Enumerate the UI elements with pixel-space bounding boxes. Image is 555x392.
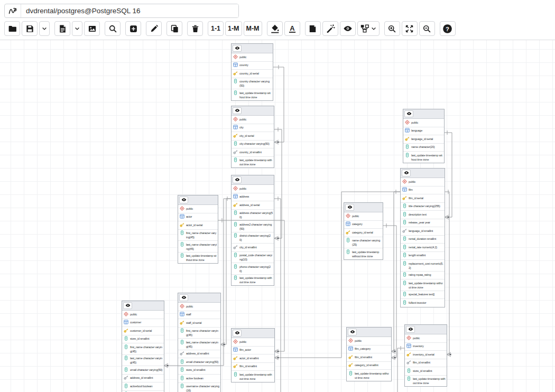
save-project-button[interactable] xyxy=(22,21,38,36)
toggle-details-button[interactable] xyxy=(402,170,411,176)
table-node-category[interactable]: publiccategorycategory_id serialname cha… xyxy=(344,202,383,260)
column-text: last_name character varying(45) xyxy=(130,356,163,365)
toggle-details-button[interactable] xyxy=(406,326,415,333)
table-node-city[interactable]: publiccitycity_id serialcity character v… xyxy=(231,106,274,168)
show-details-button[interactable] xyxy=(340,21,356,36)
column-text: inventory_id serial xyxy=(413,352,446,357)
toolbar-group xyxy=(146,21,162,36)
tbl-icon xyxy=(233,62,238,68)
table-node-actor[interactable]: publicactoractor_id serialfirst_name cha… xyxy=(178,195,218,264)
cardinality-notation-button[interactable] xyxy=(357,21,380,36)
sql-menu-button[interactable] xyxy=(72,21,82,36)
col-icon xyxy=(402,261,407,267)
text-color-button[interactable]: A xyxy=(284,21,300,36)
table-node-inventory[interactable]: publicinventoryinventory_id serialfilm_i… xyxy=(404,324,447,387)
add-table-button[interactable] xyxy=(125,21,141,36)
column-row: first_name character varying(45) xyxy=(178,328,220,339)
open-project-button[interactable] xyxy=(4,21,20,36)
column-text: email character varying(50) xyxy=(186,359,219,364)
column-row: store_id smallint xyxy=(122,335,164,344)
eye-icon xyxy=(406,111,412,116)
column-text: country_id serial xyxy=(239,71,272,76)
fk-icon xyxy=(124,375,128,381)
table-name: category xyxy=(352,222,382,227)
column-row: active boolean xyxy=(178,375,220,383)
toggle-details-button[interactable] xyxy=(404,110,413,117)
fill-color-icon xyxy=(270,24,280,33)
schema-icon xyxy=(348,338,353,344)
pk-icon xyxy=(233,356,238,361)
table-node-staff[interactable]: publicstaffstaff_id serialfirst_name cha… xyxy=(178,293,221,392)
col-icon xyxy=(180,376,184,381)
fk-icon xyxy=(233,150,238,155)
eye-icon xyxy=(408,327,413,332)
toggle-details-button[interactable] xyxy=(233,330,242,337)
help-button[interactable]: ? xyxy=(440,21,456,36)
column-row: film_id serial xyxy=(401,194,445,203)
table-node-film_category[interactable]: publicfilm_categoryfilm_id smallintcateg… xyxy=(346,327,392,381)
toggle-details-button[interactable] xyxy=(179,294,188,301)
col-icon xyxy=(233,275,238,281)
col-icon xyxy=(233,79,238,85)
schema-row: public xyxy=(232,185,274,193)
schema-name: public xyxy=(130,312,163,316)
table-node-country[interactable]: publiccountrycountry_id serialcountry ch… xyxy=(231,43,273,101)
table-node-language[interactable]: publiclanguagelanguage_id serialname cha… xyxy=(403,109,445,163)
folder-icon xyxy=(8,24,17,33)
auto-align-button[interactable] xyxy=(322,21,338,36)
column-text: film_id serial xyxy=(409,195,443,200)
button-label: 1-M xyxy=(228,25,239,32)
column-row: last_update timestamp without time zone xyxy=(232,157,274,168)
table-node-address[interactable]: publicaddressaddress_id serialaddress ch… xyxy=(231,175,274,286)
relationship-film-film_category xyxy=(391,192,400,353)
add-note-button[interactable] xyxy=(305,21,321,36)
column-row: inventory_id serial xyxy=(405,351,447,359)
column-row: title character varying(255) xyxy=(401,203,445,211)
schema-icon xyxy=(406,335,411,341)
schema-icon xyxy=(405,120,410,126)
table-node-film[interactable]: publicfilmfilm_id serialtitle character … xyxy=(400,168,445,307)
column-text: address_id serial xyxy=(239,202,273,207)
column-text: first_name character varying(45) xyxy=(186,329,219,338)
save-menu-button[interactable] xyxy=(39,21,50,36)
erd-canvas[interactable]: publiccountrycountry_id serialcountry ch… xyxy=(0,40,555,392)
table-name-row: address xyxy=(232,193,274,202)
connection-box xyxy=(4,4,239,18)
col-icon xyxy=(180,230,184,236)
toggle-details-button[interactable] xyxy=(233,176,242,183)
edit-table-button[interactable] xyxy=(146,21,162,36)
many-to-many-button[interactable]: M-M xyxy=(244,21,262,36)
column-text: active boolean xyxy=(186,376,219,380)
col-icon xyxy=(233,210,238,216)
table-name-row: country xyxy=(232,62,273,70)
download-image-button[interactable] xyxy=(84,21,100,36)
generate-sql-button[interactable] xyxy=(54,21,70,36)
drop-table-button[interactable] xyxy=(187,21,203,36)
connection-title-input[interactable] xyxy=(21,4,238,17)
clone-table-button[interactable] xyxy=(166,21,182,36)
zoom-in-button[interactable] xyxy=(384,21,400,36)
toggle-details-button[interactable] xyxy=(348,329,357,335)
column-row: last_update timestamp without time zone xyxy=(178,253,218,264)
zoom-to-fit-button[interactable] xyxy=(402,21,418,36)
column-text: actor_id serial xyxy=(186,222,217,227)
column-text: last_update timestamp without time zone xyxy=(413,377,446,386)
toggle-details-button[interactable] xyxy=(345,204,354,211)
table-node-film_actor[interactable]: publicfilm_actoractor_id smallintfilm_id… xyxy=(231,328,275,382)
fill-color-button[interactable] xyxy=(267,21,283,36)
tbl-icon xyxy=(233,347,238,353)
table-name-row: category xyxy=(344,221,383,229)
one-to-one-button[interactable]: 1-1 xyxy=(208,21,224,36)
sql-file-icon xyxy=(58,24,67,33)
column-text: rental_rate numeric(4,2) xyxy=(409,245,443,249)
toggle-details-button[interactable] xyxy=(233,107,242,114)
search-button[interactable] xyxy=(105,21,121,36)
toggle-details-button[interactable] xyxy=(233,45,242,52)
toggle-details-button[interactable] xyxy=(123,302,132,309)
schema-name: public xyxy=(355,338,390,343)
toggle-details-button[interactable] xyxy=(179,197,188,203)
zoom-out-button[interactable] xyxy=(419,21,435,36)
table-name: customer xyxy=(130,320,163,325)
one-to-many-button[interactable]: 1-M xyxy=(225,21,242,36)
table-node-customer[interactable]: publiccustomercustomer_id serialstore_id… xyxy=(122,301,164,392)
